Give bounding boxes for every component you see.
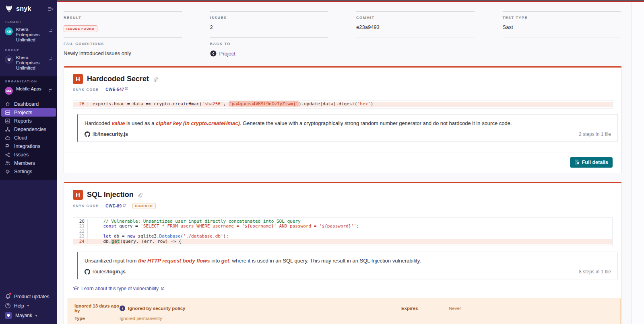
sidebar-collapse-icon[interactable] <box>47 6 53 12</box>
learn-link-label: Learn about this type of vulnerability <box>81 286 159 291</box>
learn-vulnerability-link[interactable]: Learn about this type of vulnerability <box>73 286 613 291</box>
test-type-cell: TEST TYPE Sast <box>503 11 621 37</box>
github-icon <box>85 269 90 275</box>
user-avatar <box>5 312 12 319</box>
full-details-button[interactable]: Full details <box>570 157 613 168</box>
sidebar-item-integrations[interactable]: Integrations <box>0 142 57 150</box>
permalink-icon[interactable] <box>138 193 143 198</box>
commit-cell: COMMIT e23a9493 <box>356 11 475 37</box>
snyk-logo-icon <box>5 4 13 13</box>
commit-label: COMMIT <box>356 16 475 20</box>
details-doc-icon <box>574 160 580 165</box>
tenant-name: Khera Enterprises Unlimited <box>16 27 45 43</box>
sidebar-item-cloud[interactable]: Cloud <box>0 133 57 142</box>
fail-conditions-value: Newly introduced issues only <box>64 50 182 56</box>
line-number: 26 <box>73 102 88 107</box>
group-switcher[interactable]: Khera Enterprises Unlimited <box>0 54 57 74</box>
back-arrow-icon <box>210 50 217 57</box>
back-to-label: BACK TO <box>210 42 328 46</box>
ignored-badge: IGNORED <box>132 203 156 209</box>
integrations-icon <box>5 144 10 149</box>
swap-tenant-icon[interactable] <box>48 28 53 33</box>
top-accent-bar <box>57 1 644 2</box>
issue-card-hardcoded-secret: H Hardcoded Secret SNYK CODE CWE-547 26e… <box>64 66 622 173</box>
sidebar-item-issues[interactable]: Issues <box>0 150 57 159</box>
user-name: Mayank <box>15 313 32 318</box>
sidebar-item-dashboard[interactable]: Dashboard <box>0 100 57 108</box>
sidebar-item-label: Settings <box>14 169 32 174</box>
external-link-icon <box>123 204 126 207</box>
gear-icon <box>5 169 10 174</box>
meta-divider <box>102 204 102 208</box>
issues-label: ISSUES <box>210 16 328 20</box>
test-type-value: Sast <box>503 24 621 30</box>
org-switcher[interactable]: MA Mobile Apps <box>0 85 57 98</box>
sidebar-item-settings[interactable]: Settings <box>0 167 57 176</box>
right-gutter-divider <box>631 2 632 324</box>
issues-count: 2 <box>210 24 328 30</box>
full-details-label: Full details <box>582 160 608 165</box>
notification-dot <box>9 292 12 295</box>
sidebar-item-label: Members <box>14 160 35 166</box>
line-number: 24 <box>73 239 88 244</box>
cloud-icon <box>5 135 10 141</box>
cwe-id: CWE-89 <box>105 204 122 208</box>
cwe-id: CWE-547 <box>105 87 124 92</box>
right-pane <box>632 2 644 324</box>
sidebar-item-label: Dependencies <box>14 127 46 132</box>
severity-badge-high: H <box>73 190 83 200</box>
tenant-section-label: TENANT <box>0 18 57 26</box>
snyk-logo-text: snyk <box>16 5 31 12</box>
lesson-cap-icon <box>73 286 79 291</box>
user-menu[interactable]: Mayank ▾ <box>5 312 52 319</box>
main-content: RESULT ISSUES FOUND ISSUES 2 COMMIT e23a… <box>57 0 644 324</box>
sidebar-item-label: Issues <box>14 152 29 158</box>
help-label: Help <box>14 303 24 309</box>
issue-description-box: Unsanitized input from the HTTP request … <box>77 252 618 279</box>
group-section-label: GROUP <box>0 46 57 54</box>
ignore-details-box: Ignored 13 days ago byiIgnored by securi… <box>68 298 621 324</box>
code-snippet: 20 // Vulnerable: Unsanitized user input… <box>73 217 613 246</box>
test-type-label: TEST TYPE <box>503 16 621 20</box>
cwe-link[interactable]: CWE-89 <box>105 204 125 208</box>
sidebar-item-projects[interactable]: Projects <box>1 108 56 117</box>
sidebar-item-label: Integrations <box>14 144 40 149</box>
cwe-link[interactable]: CWE-547 <box>105 87 128 92</box>
members-icon <box>5 160 10 166</box>
issue-description: Unsanitized input from the HTTP request … <box>85 257 611 264</box>
code-line: 21 const query = `SELECT * FROM users WH… <box>73 224 612 229</box>
sidebar-item-members[interactable]: Members <box>0 159 57 167</box>
file-path: lib/insecurity.js <box>93 131 128 137</box>
external-link-icon <box>125 87 128 90</box>
sidebar-item-reports[interactable]: Reports <box>0 117 57 125</box>
fail-conditions-label: FAIL CONDITIONS <box>64 42 182 46</box>
swap-group-icon[interactable] <box>48 56 53 62</box>
issue-description: Hardcoded value is used as a cipher key … <box>85 120 611 127</box>
tenant-avatar: KE <box>5 27 13 35</box>
result-cell: RESULT ISSUES FOUND <box>64 11 182 37</box>
org-section-label: ORGANIZATION <box>0 77 57 85</box>
swap-org-icon[interactable] <box>48 88 53 93</box>
tenant-switcher[interactable]: KE Khera Enterprises Unlimited <box>0 26 57 46</box>
meta-divider <box>129 204 129 208</box>
sidebar-item-label: Reports <box>14 118 32 124</box>
product-updates-label: Product updates <box>14 294 49 299</box>
ignore-row: TypeIgnored permanently <box>74 315 614 322</box>
sidebar-item-label: Dashboard <box>14 101 39 107</box>
chevron-down-icon: ▾ <box>35 314 37 318</box>
organization-panel: ORGANIZATION MA Mobile Apps Dashboard Pr… <box>0 76 57 180</box>
code-line: 24 db.get(query, (err, row) => { <box>73 239 612 244</box>
test-summary: RESULT ISSUES FOUND ISSUES 2 COMMIT e23a… <box>64 11 621 62</box>
sidebar-item-dependencies[interactable]: Dependencies <box>0 125 57 133</box>
issue-card-sql-injection: H SQL Injection SNYK CODE CWE-89 IGNORED… <box>64 182 622 324</box>
issues-found-badge: ISSUES FOUND <box>64 25 97 32</box>
reports-icon <box>5 118 10 124</box>
help-menu[interactable]: Help ▾ <box>5 303 52 309</box>
product-updates-button[interactable]: Product updates <box>5 293 52 299</box>
back-to-project-label: Project <box>219 51 235 57</box>
issue-title: SQL Injection <box>87 191 134 199</box>
ignore-row: Ignored 13 days ago byiIgnored by securi… <box>74 302 614 315</box>
back-to-project-link[interactable]: Project <box>210 50 328 57</box>
permalink-icon[interactable] <box>153 77 158 82</box>
help-icon <box>5 303 11 309</box>
